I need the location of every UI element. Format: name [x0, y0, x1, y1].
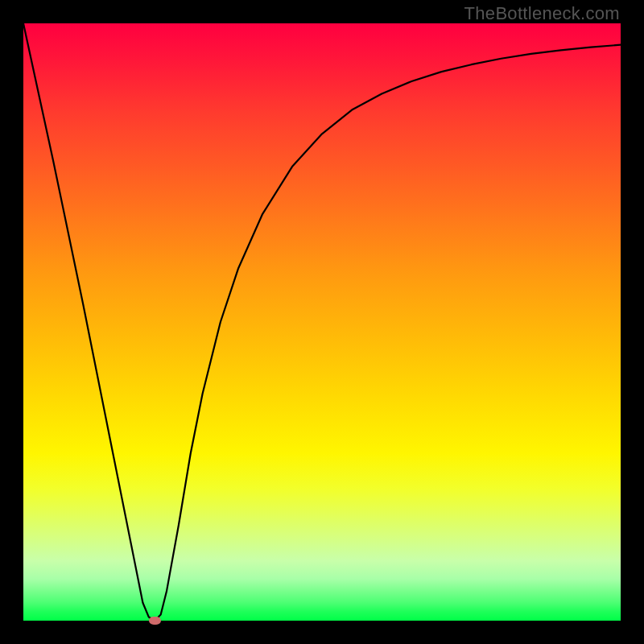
- chart-frame: TheBottleneck.com: [0, 0, 644, 644]
- bottleneck-curve: [23, 23, 621, 621]
- chart-curve-layer: [23, 23, 621, 621]
- chart-plot-area: [23, 23, 621, 621]
- curve-minimum-marker: [149, 617, 161, 625]
- watermark-text: TheBottleneck.com: [464, 3, 620, 24]
